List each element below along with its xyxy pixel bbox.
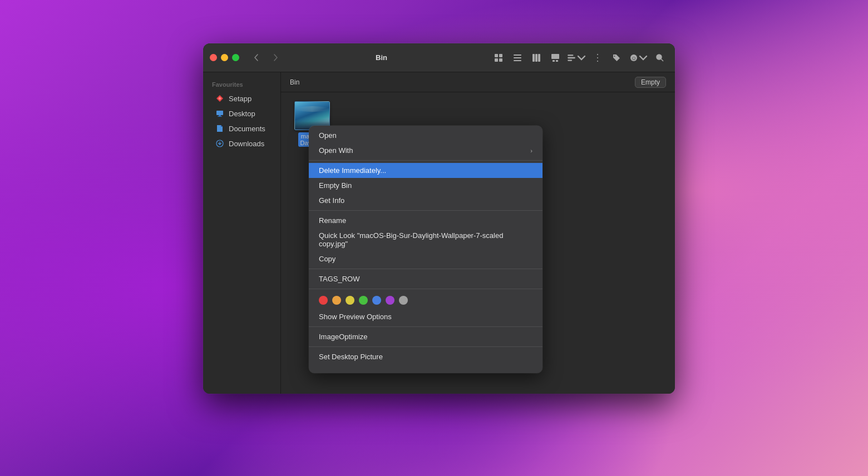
desktop-icon xyxy=(215,109,224,118)
svg-rect-5 xyxy=(514,57,521,58)
sidebar-item-downloads-label: Downloads xyxy=(229,140,264,148)
menu-item-get-info[interactable]: Rename xyxy=(309,213,542,228)
content-location: Bin xyxy=(290,78,299,86)
sidebar-item-setapp-label: Setapp xyxy=(229,95,251,103)
svg-rect-6 xyxy=(514,60,521,61)
content-files: macOS-Daylight. Open Open With › Delete … xyxy=(281,92,675,156)
sidebar-item-documents[interactable]: Documents xyxy=(206,121,277,136)
action-button[interactable] xyxy=(589,49,606,66)
separator-3 xyxy=(309,269,542,269)
tag-blue[interactable] xyxy=(372,296,381,305)
close-button[interactable] xyxy=(210,54,217,61)
search-button[interactable] xyxy=(652,49,668,66)
menu-item-show-preview-options[interactable]: ImageOptimize xyxy=(309,329,542,344)
svg-rect-9 xyxy=(538,54,540,62)
menu-item-put-back[interactable]: Delete Immediately... xyxy=(309,163,542,178)
menu-item-quick-look[interactable]: Copy xyxy=(309,251,542,266)
svg-rect-21 xyxy=(219,115,221,116)
grid-view-button[interactable] xyxy=(490,49,507,66)
svg-rect-14 xyxy=(568,57,575,58)
back-button[interactable] xyxy=(248,50,264,66)
gallery-view-button[interactable] xyxy=(547,49,564,66)
sidebar-item-setapp[interactable]: Setapp xyxy=(206,91,277,106)
documents-icon xyxy=(215,124,224,133)
svg-rect-15 xyxy=(568,60,572,61)
svg-rect-20 xyxy=(216,111,223,115)
separator-4 xyxy=(309,289,542,289)
svg-rect-7 xyxy=(532,54,535,62)
menu-item-open[interactable]: Open xyxy=(309,128,542,143)
context-menu: Open Open With › Delete Immediately... E… xyxy=(309,126,542,373)
svg-rect-10 xyxy=(551,54,559,59)
sidebar-item-downloads[interactable]: Downloads xyxy=(206,136,277,151)
open-with-arrow: › xyxy=(530,147,532,154)
svg-line-19 xyxy=(661,59,663,61)
menu-item-tags[interactable]: Show Preview Options xyxy=(309,309,542,324)
tag-button[interactable] xyxy=(608,49,625,66)
group-by-button[interactable] xyxy=(566,49,587,66)
empty-button[interactable]: Empty xyxy=(635,77,666,88)
content-area: Bin Empty macOS-Daylight. xyxy=(281,72,675,394)
tag-red[interactable] xyxy=(319,296,328,305)
menu-item-rename[interactable]: Quick Look "macOS-Big-Sur-Daylight-Wallp… xyxy=(309,228,542,251)
svg-rect-8 xyxy=(535,54,537,62)
menu-item-copy[interactable]: TAGS_ROW xyxy=(309,271,542,286)
svg-rect-3 xyxy=(499,58,502,62)
toolbar: ☺ xyxy=(490,49,668,66)
sidebar-item-documents-label: Documents xyxy=(229,125,265,133)
separator-1 xyxy=(309,160,542,161)
separator-5 xyxy=(309,326,542,327)
sidebar-item-desktop-label: Desktop xyxy=(229,110,255,118)
content-header: Bin Empty xyxy=(281,72,675,92)
svg-rect-13 xyxy=(568,54,573,56)
menu-item-imageoptimize[interactable]: Set Desktop Picture xyxy=(309,349,542,364)
svg-rect-22 xyxy=(218,116,222,117)
maximize-button[interactable] xyxy=(232,54,239,61)
svg-point-18 xyxy=(657,54,662,60)
svg-rect-4 xyxy=(514,54,521,56)
tag-gray[interactable] xyxy=(399,296,408,305)
main-area: Favourites Setapp Desktop Documents xyxy=(203,72,675,394)
svg-text:☺: ☺ xyxy=(630,55,636,61)
svg-rect-0 xyxy=(495,54,498,57)
column-view-button[interactable] xyxy=(528,49,545,66)
share-button[interactable]: ☺ xyxy=(627,49,649,66)
menu-item-delete-immediately[interactable]: Empty Bin xyxy=(309,178,542,193)
svg-rect-11 xyxy=(553,60,555,62)
title-bar: Bin xyxy=(203,43,675,72)
window-title: Bin xyxy=(277,53,486,62)
menu-item-set-desktop-picture[interactable] xyxy=(309,364,542,371)
separator-2 xyxy=(309,210,542,211)
menu-item-open-with[interactable]: Open With › xyxy=(309,143,542,158)
separator-6 xyxy=(309,346,542,347)
traffic-lights xyxy=(210,54,239,61)
finder-window: Bin xyxy=(203,43,675,394)
tag-orange[interactable] xyxy=(332,296,341,305)
downloads-icon xyxy=(215,139,224,148)
sidebar: Favourites Setapp Desktop Documents xyxy=(203,72,281,394)
sidebar-item-desktop[interactable]: Desktop xyxy=(206,106,277,121)
menu-item-empty-bin[interactable]: Get Info xyxy=(309,193,542,208)
svg-rect-1 xyxy=(499,54,502,57)
tag-yellow[interactable] xyxy=(346,296,354,305)
tag-green[interactable] xyxy=(359,296,368,305)
list-view-button[interactable] xyxy=(509,49,526,66)
svg-rect-12 xyxy=(556,60,558,62)
minimize-button[interactable] xyxy=(221,54,228,61)
setapp-icon xyxy=(215,94,224,103)
tags-color-row xyxy=(309,291,542,309)
sidebar-section-favourites: Favourites xyxy=(203,81,280,88)
tag-purple[interactable] xyxy=(386,296,394,305)
svg-rect-2 xyxy=(495,58,498,62)
